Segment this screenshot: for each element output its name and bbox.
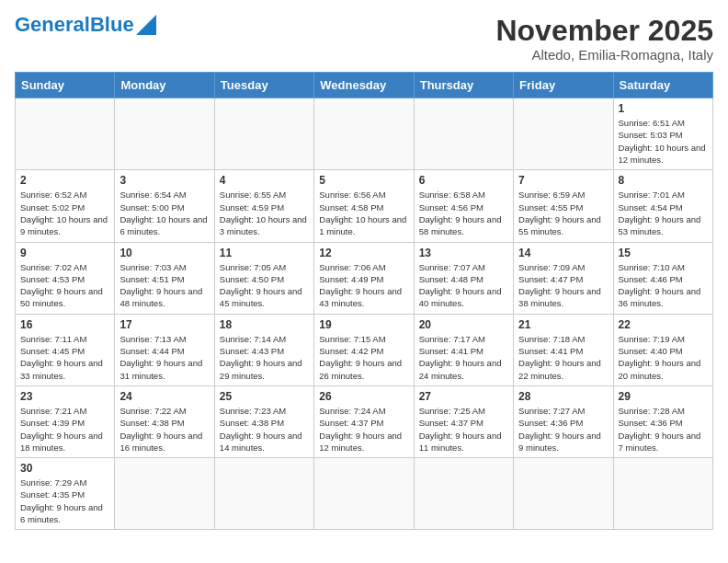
header-friday: Friday	[514, 73, 613, 98]
day-info: Sunrise: 7:14 AM Sunset: 4:43 PM Dayligh…	[220, 333, 309, 382]
day-number: 28	[518, 390, 608, 403]
calendar-cell: 9Sunrise: 7:02 AM Sunset: 4:53 PM Daylig…	[16, 242, 115, 314]
day-info: Sunrise: 7:11 AM Sunset: 4:45 PM Dayligh…	[20, 333, 109, 382]
calendar-cell: 18Sunrise: 7:14 AM Sunset: 4:43 PM Dayli…	[214, 314, 313, 385]
week-row-5: 23Sunrise: 7:21 AM Sunset: 4:39 PM Dayli…	[16, 385, 713, 457]
day-info: Sunrise: 7:23 AM Sunset: 4:38 PM Dayligh…	[220, 405, 309, 454]
calendar-cell: 5Sunrise: 6:56 AM Sunset: 4:58 PM Daylig…	[314, 170, 414, 242]
day-number: 5	[319, 174, 408, 187]
day-info: Sunrise: 7:21 AM Sunset: 4:39 PM Dayligh…	[20, 405, 109, 454]
day-number: 7	[518, 174, 608, 187]
day-number: 9	[20, 247, 109, 259]
day-number: 19	[319, 318, 408, 331]
calendar-cell: 1Sunrise: 6:51 AM Sunset: 5:03 PM Daylig…	[613, 98, 712, 170]
week-row-2: 2Sunrise: 6:52 AM Sunset: 5:02 PM Daylig…	[16, 170, 713, 242]
day-info: Sunrise: 6:52 AM Sunset: 5:02 PM Dayligh…	[20, 189, 109, 237]
calendar-cell: 26Sunrise: 7:24 AM Sunset: 4:37 PM Dayli…	[314, 385, 414, 457]
day-number: 13	[419, 247, 508, 259]
calendar-cell	[613, 458, 712, 530]
calendar-cell: 28Sunrise: 7:27 AM Sunset: 4:36 PM Dayli…	[514, 385, 613, 457]
day-info: Sunrise: 6:54 AM Sunset: 5:00 PM Dayligh…	[119, 189, 209, 237]
day-info: Sunrise: 7:24 AM Sunset: 4:37 PM Dayligh…	[319, 405, 408, 454]
logo: GeneralBlue	[15, 15, 156, 35]
day-number: 20	[419, 318, 508, 331]
calendar-cell: 20Sunrise: 7:17 AM Sunset: 4:41 PM Dayli…	[414, 314, 513, 385]
day-number: 17	[119, 318, 209, 331]
day-number: 8	[619, 174, 708, 187]
calendar-cell: 22Sunrise: 7:19 AM Sunset: 4:40 PM Dayli…	[613, 314, 712, 385]
calendar-cell: 2Sunrise: 6:52 AM Sunset: 5:02 PM Daylig…	[16, 170, 115, 242]
calendar-cell: 13Sunrise: 7:07 AM Sunset: 4:48 PM Dayli…	[414, 242, 513, 314]
day-info: Sunrise: 7:28 AM Sunset: 4:36 PM Dayligh…	[619, 405, 708, 454]
day-number: 18	[220, 318, 309, 331]
calendar-cell	[16, 98, 115, 170]
calendar-cell: 21Sunrise: 7:18 AM Sunset: 4:41 PM Dayli…	[514, 314, 613, 385]
calendar-cell: 30Sunrise: 7:29 AM Sunset: 4:35 PM Dayli…	[16, 458, 115, 530]
day-info: Sunrise: 7:22 AM Sunset: 4:38 PM Dayligh…	[119, 405, 209, 454]
day-number: 16	[20, 318, 109, 331]
day-number: 10	[119, 247, 209, 259]
day-number: 4	[220, 174, 309, 187]
day-number: 2	[20, 174, 109, 187]
day-number: 15	[619, 247, 708, 259]
header-sunday: Sunday	[16, 73, 115, 98]
logo-text: GeneralBlue	[15, 15, 134, 35]
calendar-cell	[115, 458, 214, 530]
calendar-cell	[115, 98, 214, 170]
calendar-cell: 7Sunrise: 6:59 AM Sunset: 4:55 PM Daylig…	[514, 170, 613, 242]
calendar-table: Sunday Monday Tuesday Wednesday Thursday…	[15, 72, 713, 530]
day-info: Sunrise: 7:29 AM Sunset: 4:35 PM Dayligh…	[20, 477, 109, 525]
calendar-cell: 11Sunrise: 7:05 AM Sunset: 4:50 PM Dayli…	[214, 242, 313, 314]
calendar-cell: 15Sunrise: 7:10 AM Sunset: 4:46 PM Dayli…	[613, 242, 712, 314]
day-info: Sunrise: 7:09 AM Sunset: 4:47 PM Dayligh…	[518, 261, 608, 310]
day-number: 27	[419, 390, 508, 403]
day-info: Sunrise: 6:59 AM Sunset: 4:55 PM Dayligh…	[518, 189, 608, 237]
calendar-cell	[414, 98, 513, 170]
day-info: Sunrise: 6:51 AM Sunset: 5:03 PM Dayligh…	[619, 117, 708, 166]
calendar-cell: 19Sunrise: 7:15 AM Sunset: 4:42 PM Dayli…	[314, 314, 414, 385]
calendar-cell: 6Sunrise: 6:58 AM Sunset: 4:56 PM Daylig…	[414, 170, 513, 242]
day-number: 25	[220, 390, 309, 403]
calendar-title: November 2025	[495, 15, 713, 47]
calendar-cell	[414, 458, 513, 530]
calendar-cell: 27Sunrise: 7:25 AM Sunset: 4:37 PM Dayli…	[414, 385, 513, 457]
calendar-cell	[214, 458, 313, 530]
calendar-cell: 25Sunrise: 7:23 AM Sunset: 4:38 PM Dayli…	[214, 385, 313, 457]
day-info: Sunrise: 7:15 AM Sunset: 4:42 PM Dayligh…	[319, 333, 408, 382]
calendar-cell: 29Sunrise: 7:28 AM Sunset: 4:36 PM Dayli…	[613, 385, 712, 457]
calendar-cell	[514, 458, 613, 530]
day-number: 24	[119, 390, 209, 403]
calendar-cell: 3Sunrise: 6:54 AM Sunset: 5:00 PM Daylig…	[115, 170, 214, 242]
calendar-cell	[314, 98, 414, 170]
svg-marker-0	[136, 15, 156, 35]
day-info: Sunrise: 7:01 AM Sunset: 4:54 PM Dayligh…	[619, 189, 708, 237]
day-info: Sunrise: 7:06 AM Sunset: 4:49 PM Dayligh…	[319, 261, 408, 310]
day-info: Sunrise: 6:55 AM Sunset: 4:59 PM Dayligh…	[220, 189, 309, 237]
day-info: Sunrise: 7:03 AM Sunset: 4:51 PM Dayligh…	[119, 261, 209, 310]
calendar-cell	[314, 458, 414, 530]
day-number: 22	[619, 318, 708, 331]
week-row-4: 16Sunrise: 7:11 AM Sunset: 4:45 PM Dayli…	[16, 314, 713, 385]
day-number: 23	[20, 390, 109, 403]
calendar-cell: 17Sunrise: 7:13 AM Sunset: 4:44 PM Dayli…	[115, 314, 214, 385]
calendar-cell: 4Sunrise: 6:55 AM Sunset: 4:59 PM Daylig…	[214, 170, 313, 242]
calendar-cell: 14Sunrise: 7:09 AM Sunset: 4:47 PM Dayli…	[514, 242, 613, 314]
calendar-cell: 23Sunrise: 7:21 AM Sunset: 4:39 PM Dayli…	[16, 385, 115, 457]
day-info: Sunrise: 7:10 AM Sunset: 4:46 PM Dayligh…	[619, 261, 708, 310]
calendar-cell: 10Sunrise: 7:03 AM Sunset: 4:51 PM Dayli…	[115, 242, 214, 314]
day-info: Sunrise: 7:05 AM Sunset: 4:50 PM Dayligh…	[220, 261, 309, 310]
day-number: 11	[220, 247, 309, 259]
day-number: 29	[619, 390, 708, 403]
day-info: Sunrise: 7:13 AM Sunset: 4:44 PM Dayligh…	[119, 333, 209, 382]
day-number: 30	[20, 462, 109, 475]
calendar-cell: 16Sunrise: 7:11 AM Sunset: 4:45 PM Dayli…	[16, 314, 115, 385]
day-info: Sunrise: 7:07 AM Sunset: 4:48 PM Dayligh…	[419, 261, 508, 310]
header-monday: Monday	[115, 73, 214, 98]
page-header: GeneralBlue November 2025 Altedo, Emilia…	[15, 15, 713, 63]
day-number: 3	[119, 174, 209, 187]
title-block: November 2025 Altedo, Emilia-Romagna, It…	[495, 15, 713, 63]
header-saturday: Saturday	[613, 73, 712, 98]
day-number: 14	[518, 247, 608, 259]
calendar-cell: 24Sunrise: 7:22 AM Sunset: 4:38 PM Dayli…	[115, 385, 214, 457]
calendar-cell: 12Sunrise: 7:06 AM Sunset: 4:49 PM Dayli…	[314, 242, 414, 314]
